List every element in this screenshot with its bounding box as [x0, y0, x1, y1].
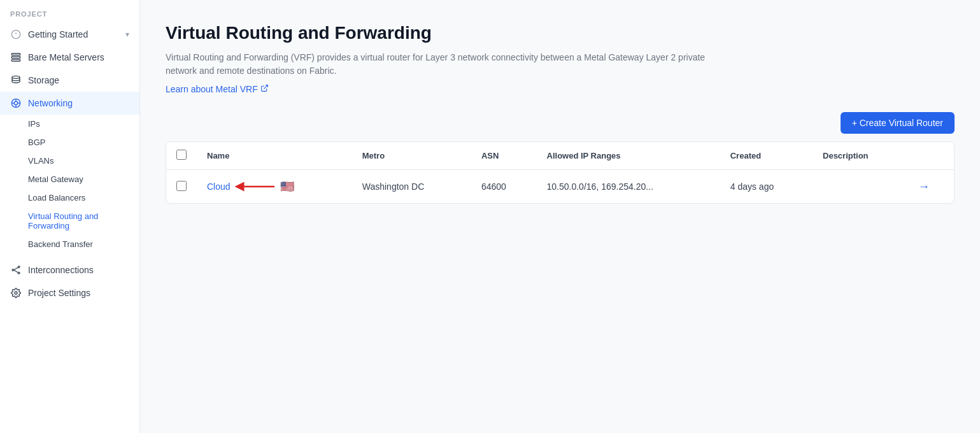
create-virtual-router-button[interactable]: + Create Virtual Router	[841, 112, 955, 134]
bare-metal-label: Bare Metal Servers	[28, 52, 129, 62]
sidebar: PROJECT Getting Started ▾ Bare Metal Ser…	[0, 0, 140, 433]
th-description: Description	[813, 142, 908, 170]
sidebar-item-load-balancers[interactable]: Load Balancers	[0, 188, 139, 207]
storage-label: Storage	[28, 75, 129, 85]
learn-link-text: Learn about Metal VRF	[166, 84, 258, 94]
svg-point-14	[18, 266, 20, 268]
sidebar-section-label: PROJECT	[0, 10, 139, 23]
sidebar-item-getting-started[interactable]: Getting Started ▾	[0, 23, 139, 46]
th-metro: Metro	[352, 142, 471, 170]
row-name-cell: Cloud 🇺🇸	[197, 170, 352, 204]
getting-started-icon	[10, 29, 22, 40]
svg-line-19	[264, 85, 267, 89]
th-asn: ASN	[471, 142, 537, 170]
networking-label: Networking	[28, 98, 129, 108]
networking-icon	[10, 97, 22, 109]
flag-icon: 🇺🇸	[280, 180, 294, 194]
toolbar: + Create Virtual Router	[166, 112, 955, 134]
name-with-arrow: Cloud 🇺🇸	[207, 179, 342, 194]
settings-icon	[10, 287, 22, 299]
external-link-icon	[260, 84, 269, 94]
svg-point-18	[15, 292, 17, 294]
interconnections-label: Interconnections	[28, 265, 129, 275]
row-asn-cell: 64600	[471, 170, 537, 204]
th-name: Name	[197, 142, 352, 170]
svg-point-13	[12, 269, 14, 271]
main-content: Virtual Routing and Forwarding Virtual R…	[140, 0, 980, 433]
th-allowed-ip-ranges: Allowed IP Ranges	[537, 142, 720, 170]
row-created-cell: 4 days ago	[720, 170, 813, 204]
row-metro-cell: Washington DC	[352, 170, 471, 204]
sidebar-item-vrf[interactable]: Virtual Routing and Forwarding	[0, 207, 139, 235]
sidebar-item-bgp[interactable]: BGP	[0, 133, 139, 152]
table-row: Cloud 🇺🇸	[166, 170, 954, 204]
svg-line-16	[14, 267, 18, 270]
svg-point-6	[12, 76, 20, 78]
th-action	[908, 142, 954, 170]
red-arrow-annotation	[233, 179, 278, 194]
sidebar-item-bare-metal[interactable]: Bare Metal Servers	[0, 46, 139, 69]
page-title: Virtual Routing and Forwarding	[166, 23, 955, 43]
getting-started-label: Getting Started	[28, 29, 119, 39]
th-created: Created	[720, 142, 813, 170]
svg-rect-5	[11, 59, 20, 61]
interconnections-icon	[10, 264, 22, 276]
sidebar-item-backend-transfer[interactable]: Backend Transfer	[0, 235, 139, 253]
svg-point-15	[18, 272, 20, 274]
svg-line-17	[14, 270, 18, 273]
row-action-cell: →	[908, 170, 954, 204]
page-description: Virtual Routing and Forwarding (VRF) pro…	[166, 51, 713, 78]
sidebar-item-storage[interactable]: Storage	[0, 69, 139, 92]
row-checkbox[interactable]	[176, 181, 187, 191]
sidebar-item-networking[interactable]: Networking	[0, 92, 139, 115]
svg-rect-3	[11, 53, 20, 55]
sidebar-item-metal-gateway[interactable]: Metal Gateway	[0, 170, 139, 188]
th-checkbox	[166, 142, 197, 170]
row-allowed-ip-cell: 10.50.0.0/16, 169.254.20...	[537, 170, 720, 204]
row-description-cell	[813, 170, 908, 204]
table-header-row: Name Metro ASN Allowed IP Ranges Created…	[166, 142, 954, 170]
row-detail-arrow[interactable]: →	[918, 180, 930, 193]
sidebar-item-project-settings[interactable]: Project Settings	[0, 281, 139, 304]
row-checkbox-cell	[166, 170, 197, 204]
svg-rect-4	[11, 57, 20, 59]
vrf-name-link[interactable]: Cloud	[207, 181, 231, 192]
sidebar-item-ips[interactable]: IPs	[0, 115, 139, 133]
svg-point-8	[14, 101, 17, 104]
learn-link[interactable]: Learn about Metal VRF	[166, 84, 269, 94]
sidebar-item-interconnections[interactable]: Interconnections	[0, 259, 139, 281]
bare-metal-icon	[10, 52, 22, 63]
project-settings-label: Project Settings	[28, 288, 129, 298]
vrf-table: Name Metro ASN Allowed IP Ranges Created…	[166, 141, 955, 204]
sidebar-item-vlans[interactable]: VLANs	[0, 152, 139, 170]
chevron-down-icon: ▾	[125, 30, 129, 39]
metro-name: Washington DC	[362, 181, 425, 192]
select-all-checkbox[interactable]	[176, 150, 187, 160]
storage-icon	[10, 75, 22, 86]
